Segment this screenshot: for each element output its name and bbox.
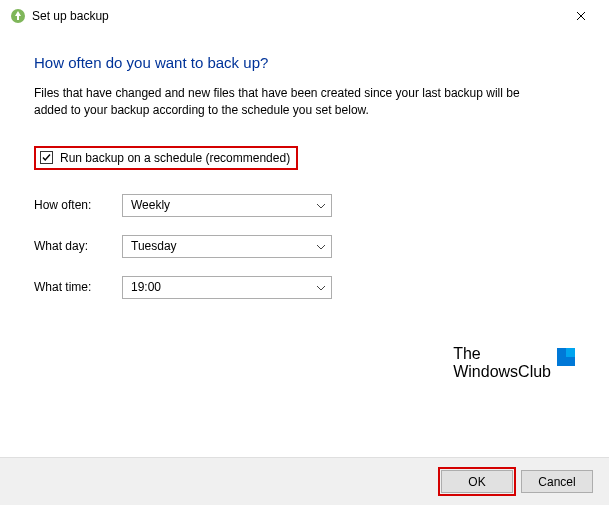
what-time-value: 19:00 — [131, 280, 161, 294]
footer-bar: OK Cancel — [0, 457, 609, 505]
window-title: Set up backup — [32, 9, 109, 23]
what-day-label: What day: — [34, 239, 122, 253]
backup-icon — [10, 8, 26, 24]
how-often-row: How often: Weekly — [34, 194, 575, 217]
cancel-button[interactable]: Cancel — [521, 470, 593, 493]
how-often-label: How often: — [34, 198, 122, 212]
windowsclub-icon — [557, 348, 575, 366]
content-area: How often do you want to back up? Files … — [0, 32, 609, 299]
cancel-button-label: Cancel — [538, 475, 575, 489]
ok-button-label: OK — [468, 475, 485, 489]
how-often-select[interactable]: Weekly — [122, 194, 332, 217]
title-left: Set up backup — [10, 8, 109, 24]
watermark: The WindowsClub — [453, 345, 575, 382]
what-day-row: What day: Tuesday — [34, 235, 575, 258]
what-time-label: What time: — [34, 280, 122, 294]
chevron-down-icon — [317, 280, 325, 294]
what-time-select[interactable]: 19:00 — [122, 276, 332, 299]
svg-rect-2 — [566, 348, 575, 357]
watermark-line2: WindowsClub — [453, 363, 551, 381]
schedule-checkbox-label: Run backup on a schedule (recommended) — [60, 151, 290, 165]
description-text: Files that have changed and new files th… — [34, 85, 554, 120]
page-heading: How often do you want to back up? — [34, 54, 575, 71]
how-often-value: Weekly — [131, 198, 170, 212]
watermark-text: The WindowsClub — [453, 345, 551, 382]
chevron-down-icon — [317, 239, 325, 253]
ok-button[interactable]: OK — [441, 470, 513, 493]
schedule-checkbox[interactable] — [40, 151, 53, 164]
what-time-row: What time: 19:00 — [34, 276, 575, 299]
chevron-down-icon — [317, 198, 325, 212]
what-day-select[interactable]: Tuesday — [122, 235, 332, 258]
titlebar: Set up backup — [0, 0, 609, 32]
watermark-line1: The — [453, 345, 551, 363]
what-day-value: Tuesday — [131, 239, 177, 253]
close-button[interactable] — [561, 2, 601, 30]
schedule-checkbox-row[interactable]: Run backup on a schedule (recommended) — [34, 146, 298, 170]
